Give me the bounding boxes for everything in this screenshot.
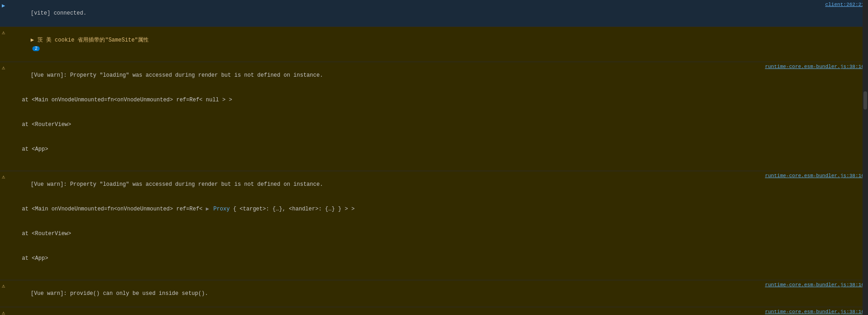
cookie-warning-text: ▶ 茨 美 cookie 省用插带的"SameSite"属性: [31, 37, 149, 43]
console-source-vite[interactable]: client:262:21: [825, 1, 864, 9]
warning-icon-2: ⚠: [0, 172, 9, 279]
console-entry-cookie: ⚠ ▶ 茨 美 cookie 省用插带的"SameSite"属性 2: [0, 27, 868, 62]
console-source-vue-warn-2[interactable]: runtime-core.esm-bundler.js:38:16: [765, 172, 864, 180]
console-content-vue-warn-1: [Vue warn]: Property "loading" was acces…: [9, 63, 868, 170]
console-content-vue-warn-3: [Vue warn]: Property "loading" was acces…: [9, 308, 868, 315]
vue-warn-1-line1: [Vue warn]: Property "loading" was acces…: [31, 72, 323, 79]
console-entry-vue-warn-2: ⚠ [Vue warn]: Property "loading" was acc…: [0, 171, 868, 280]
console-entry-vue-warn-1: ⚠ [Vue warn]: Property "loading" was acc…: [0, 62, 868, 171]
console-content-vue-warn-2: [Vue warn]: Property "loading" was acces…: [9, 172, 868, 279]
console-entry-vite: ▶ [vite] connected. client:262:21: [0, 0, 868, 27]
warning-icon-provide: ⚠: [0, 281, 9, 306]
warning-icon-1: ⚠: [0, 63, 9, 170]
vue-warn-2-line3: at <RouterView>: [11, 230, 813, 238]
console-content-vue-warn-provide: [Vue warn]: provide() can only be used i…: [9, 281, 868, 306]
console-entry-vue-warn-provide: ⚠ [Vue warn]: provide() can only be used…: [0, 280, 868, 307]
vue-warn-2-line1: [Vue warn]: Property "loading" was acces…: [31, 181, 323, 188]
vue-warn-2-line2: at <Main onVnodeUnmounted=fn<onVnodeUnmo…: [11, 205, 813, 213]
vue-warn-provide-text: [Vue warn]: provide() can only be used i…: [31, 290, 208, 297]
console-container: ▶ [vite] connected. client:262:21 ⚠ ▶ 茨 …: [0, 0, 868, 315]
vue-warn-2-line4: at <App>: [11, 254, 813, 262]
scrollbar[interactable]: [863, 0, 868, 315]
console-content-vite: [vite] connected.: [9, 1, 868, 26]
vue-warn-1-line2: at <Main onVnodeUnmounted=fn<onVnodeUnmo…: [11, 96, 813, 104]
warning-icon-cookie: ⚠: [0, 28, 9, 61]
cookie-badge: 2: [32, 46, 40, 51]
console-entry-vue-warn-3: ⚠ [Vue warn]: Property "loading" was acc…: [0, 307, 868, 315]
console-source-vue-warn-provide[interactable]: runtime-core.esm-bundler.js:38:16: [765, 281, 864, 289]
scrollbar-thumb[interactable]: [863, 91, 867, 110]
warning-icon-3: ⚠: [0, 308, 9, 315]
console-source-vue-warn-3[interactable]: runtime-core.esm-bundler.js:38:16: [765, 308, 864, 315]
console-content-cookie: ▶ 茨 美 cookie 省用插带的"SameSite"属性 2: [9, 28, 868, 61]
vue-warn-1-line4: at <App>: [11, 145, 813, 153]
console-source-vue-warn-1[interactable]: runtime-core.esm-bundler.js:38:16: [765, 63, 864, 71]
vue-warn-1-line3: at <RouterView>: [11, 121, 813, 129]
vite-connected-text: [vite] connected.: [31, 10, 86, 16]
info-icon: ▶: [0, 1, 9, 26]
